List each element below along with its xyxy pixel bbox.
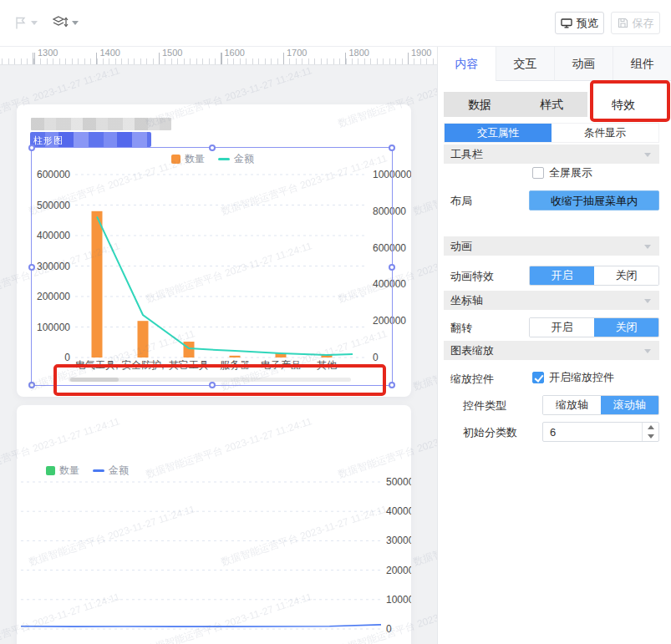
horizontal-ruler: 1300140015001600170018001900 (0, 46, 437, 65)
watermark-text: 数据智能运营平台 2023-11-27 11:24:11 (411, 502, 437, 569)
resize-handle-w[interactable] (28, 264, 35, 271)
chart-card-1[interactable]: 柱形图 010000020000030000040000050000060000… (17, 104, 411, 397)
ruler-mark-label: 1800 (349, 48, 369, 58)
top-toolbar: 预览 保存 (0, 0, 671, 47)
view-tab-condition-display[interactable]: 条件显示 (552, 124, 658, 142)
initial-category-input[interactable] (543, 423, 642, 441)
section-header-chart-zoom[interactable]: 图表缩放 (444, 341, 659, 360)
chevron-down-icon (644, 349, 651, 353)
chart-card-2[interactable]: 数量金额 0100000200000300000400000500000 (17, 405, 411, 644)
number-spinner (642, 423, 658, 441)
section-header-axis[interactable]: 坐标轴 (444, 291, 659, 310)
svg-text:100000: 100000 (386, 594, 411, 606)
ruler-mark-label: 1300 (38, 48, 58, 58)
resize-handle-n[interactable] (209, 145, 216, 151)
svg-text:400000: 400000 (386, 505, 411, 517)
save-button-label: 保存 (633, 16, 654, 31)
animation-fx-off[interactable]: 关闭 (594, 266, 658, 285)
view-tab-interaction-props[interactable]: 交互属性 (445, 124, 552, 142)
section-title: 坐标轴 (450, 294, 483, 307)
resize-handle-s[interactable] (209, 382, 216, 388)
ruler-mark-label: 1900 (411, 48, 431, 58)
zoom-control-label: 缩放控件 (450, 372, 494, 387)
chevron-down-icon (31, 21, 38, 25)
layout-label: 布局 (450, 194, 472, 209)
combo-chart-2: 0100000200000300000400000500000 (17, 405, 411, 644)
resize-handle-sw[interactable] (28, 382, 35, 388)
gridlines (21, 482, 381, 629)
watermark-text: 数据智能运营平台 2023-11-27 11:24:11 (411, 327, 437, 393)
section-title: 动画 (450, 240, 472, 252)
control-type-scroll-axis[interactable]: 滚动轴 (601, 396, 658, 414)
zoom-control-checkbox[interactable] (532, 372, 544, 383)
fullscreen-row: 全屏展示 (532, 165, 592, 180)
initial-category-label: 初始分类数 (463, 425, 517, 440)
tab-component[interactable]: 组件 (613, 46, 671, 81)
ruler-mark-label: 1700 (287, 48, 307, 58)
monitor-icon (561, 18, 572, 28)
watermark-text: 数据智能运营平台 2023-11-27 11:24:11 (411, 151, 437, 218)
fullscreen-label: 全屏展示 (549, 165, 592, 180)
svg-text:0: 0 (386, 623, 392, 635)
spinner-up-icon[interactable] (643, 423, 658, 432)
svg-text:500000: 500000 (386, 476, 411, 488)
flip-on[interactable]: 开启 (530, 318, 594, 337)
tab-content[interactable]: 内容 (438, 46, 496, 81)
flip-label: 翻转 (450, 321, 472, 336)
preview-button-label: 预览 (577, 16, 598, 31)
subtab-style[interactable]: 样式 (516, 92, 587, 117)
svg-text:300000: 300000 (386, 535, 411, 546)
ruler-mark-label: 1600 (225, 48, 245, 58)
initial-category-input-wrap (542, 422, 659, 442)
legend-line-swatch (93, 469, 104, 472)
save-button[interactable]: 保存 (611, 12, 660, 34)
widget-selection-box[interactable] (31, 147, 393, 386)
control-type-zoom-axis[interactable]: 缩放轴 (543, 396, 601, 414)
ruler-mark-label: 1400 (100, 48, 120, 58)
chevron-down-icon (72, 21, 79, 25)
subtab-data[interactable]: 数据 (444, 92, 516, 117)
zoom-control-check-label: 开启缩放控件 (549, 370, 614, 385)
resize-handle-se[interactable] (389, 382, 395, 388)
layers-icon (52, 15, 69, 30)
control-type-toggle: 缩放轴 滚动轴 (542, 395, 659, 415)
section-header-animation[interactable]: 动画 (444, 236, 659, 256)
preview-button[interactable]: 预览 (555, 12, 604, 34)
chart2-legend[interactable]: 数量金额 (46, 464, 129, 478)
animation-fx-on[interactable]: 开启 (530, 266, 594, 285)
control-type-label: 控件类型 (463, 398, 506, 413)
section-header-toolbar[interactable]: 工具栏 (444, 145, 659, 164)
legend-label: 数量 (59, 464, 79, 478)
resize-handle-e[interactable] (389, 264, 395, 271)
resize-handle-nw[interactable] (28, 145, 35, 151)
svg-text:200000: 200000 (386, 565, 411, 576)
animation-fx-toggle: 开启 关闭 (529, 266, 659, 286)
chevron-down-icon (644, 245, 651, 249)
zoom-control-row: 开启缩放控件 (532, 370, 614, 385)
ruler-mark-label: 1500 (162, 48, 182, 58)
animation-fx-label: 动画特效 (450, 269, 494, 284)
y-axis-right-labels: 0100000200000300000400000500000 (386, 476, 411, 635)
line-series (21, 625, 381, 626)
layout-collapse-button[interactable]: 收缩于抽屉菜单内 (529, 190, 659, 210)
tab-animation[interactable]: 动画 (555, 46, 613, 81)
spinner-down-icon[interactable] (643, 432, 658, 441)
insert-tool-dropdown[interactable] (13, 16, 38, 30)
flip-toggle: 开启 关闭 (529, 317, 659, 337)
section-title: 图表缩放 (450, 344, 494, 357)
legend-label: 金额 (109, 464, 129, 478)
flag-icon (13, 16, 28, 30)
chevron-down-icon (644, 153, 651, 157)
properties-panel: 内容 交互 动画 组件 数据 样式 特效 交互属性 条件显示 工具栏 全屏展示 … (437, 46, 671, 644)
legend-item[interactable]: 数量 (46, 464, 79, 478)
save-icon (618, 18, 628, 28)
design-canvas[interactable]: 柱形图 010000020000030000040000050000060000… (0, 65, 437, 644)
subtab-effects[interactable]: 特效 (587, 92, 659, 117)
flip-off[interactable]: 关闭 (594, 318, 658, 337)
fullscreen-checkbox[interactable] (532, 167, 544, 179)
chevron-down-icon (644, 299, 651, 303)
legend-item[interactable]: 金额 (93, 464, 129, 478)
layers-dropdown[interactable] (52, 15, 79, 30)
resize-handle-ne[interactable] (389, 145, 395, 151)
tab-interaction[interactable]: 交互 (496, 46, 555, 81)
